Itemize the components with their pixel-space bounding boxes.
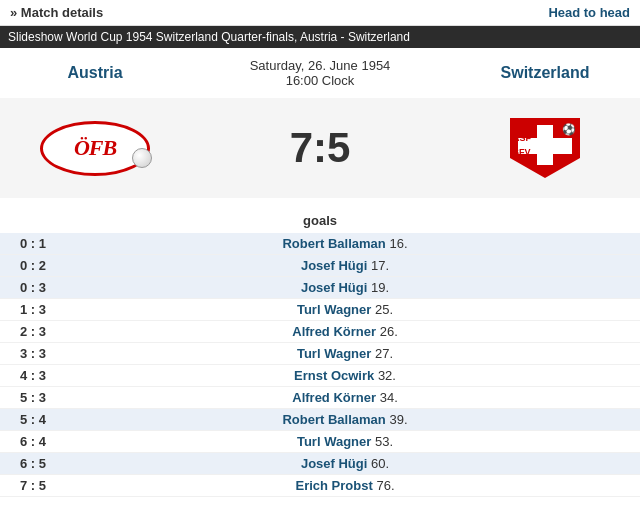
scorer-name: Robert Ballaman [282, 412, 385, 427]
goal-row: 0 : 2 Josef Hügi 17. [0, 255, 640, 277]
match-time: 16:00 Clock [250, 73, 391, 88]
goal-scorer: Josef Hügi 19. [70, 280, 620, 295]
scorer-minute: 17. [371, 258, 389, 273]
ofb-logo: ÖFB [40, 121, 150, 176]
score-section: ÖFB 7:5 ⚽ ASF SFV [0, 98, 640, 198]
scorer-name: Josef Hügi [301, 456, 367, 471]
goal-row: 5 : 4 Robert Ballaman 39. [0, 409, 640, 431]
goal-scorer: Erich Probst 76. [70, 478, 620, 493]
goal-score: 0 : 1 [20, 236, 70, 251]
scorer-name: Turl Wagner [297, 302, 371, 317]
scorer-minute: 76. [376, 478, 394, 493]
scorer-name: Robert Ballaman [282, 236, 385, 251]
goal-scorer: Ernst Ocwirk 32. [70, 368, 620, 383]
top-nav: » Match details Head to head [0, 0, 640, 26]
scorer-minute: 60. [371, 456, 389, 471]
svg-text:ASF: ASF [513, 133, 532, 143]
goal-scorer: Alfred Körner 34. [70, 390, 620, 405]
home-logo: ÖFB [20, 121, 170, 176]
goal-scorer: Josef Hügi 17. [70, 258, 620, 273]
goal-row: 1 : 3 Turl Wagner 25. [0, 299, 640, 321]
goal-row: 3 : 3 Turl Wagner 27. [0, 343, 640, 365]
scorer-minute: 32. [378, 368, 396, 383]
goal-row: 4 : 3 Ernst Ocwirk 32. [0, 365, 640, 387]
head-to-head-link[interactable]: Head to head [548, 5, 630, 20]
match-details-link[interactable]: » Match details [10, 5, 103, 20]
goal-score: 4 : 3 [20, 368, 70, 383]
goals-section: goals 0 : 1 Robert Ballaman 16. 0 : 2 Jo… [0, 203, 640, 502]
scorer-minute: 19. [371, 280, 389, 295]
scorer-minute: 53. [375, 434, 393, 449]
scorer-name: Alfred Körner [292, 324, 376, 339]
goal-score: 7 : 5 [20, 478, 70, 493]
goal-row: 7 : 5 Erich Probst 76. [0, 475, 640, 497]
goal-score: 0 : 2 [20, 258, 70, 273]
goal-score: 5 : 4 [20, 412, 70, 427]
goal-row: 5 : 3 Alfred Körner 34. [0, 387, 640, 409]
scorer-minute: 16. [389, 236, 407, 251]
scorer-name: Erich Probst [296, 478, 373, 493]
goal-scorer: Turl Wagner 53. [70, 434, 620, 449]
scorer-minute: 27. [375, 346, 393, 361]
scorer-name: Josef Hügi [301, 280, 367, 295]
ofb-text: ÖFB [74, 135, 116, 161]
scorer-name: Alfred Körner [292, 390, 376, 405]
goal-score: 0 : 3 [20, 280, 70, 295]
goal-row: 6 : 4 Turl Wagner 53. [0, 431, 640, 453]
breadcrumb: Slideshow World Cup 1954 Switzerland Qua… [0, 26, 640, 48]
goal-scorer: Robert Ballaman 16. [70, 236, 620, 251]
asf-logo-icon: ⚽ ASF SFV [500, 113, 590, 183]
goal-score: 6 : 5 [20, 456, 70, 471]
goal-score: 5 : 3 [20, 390, 70, 405]
away-team-name: Switzerland [470, 64, 620, 82]
goal-scorer: Turl Wagner 27. [70, 346, 620, 361]
goals-list: 0 : 1 Robert Ballaman 16. 0 : 2 Josef Hü… [0, 233, 640, 497]
scorer-name: Turl Wagner [297, 434, 371, 449]
match-info: Saturday, 26. June 1954 16:00 Clock [250, 58, 391, 88]
score-display: 7:5 [170, 124, 470, 172]
goal-row: 0 : 3 Josef Hügi 19. [0, 277, 640, 299]
goal-row: 6 : 5 Josef Hügi 60. [0, 453, 640, 475]
ofb-ball-icon [132, 148, 152, 168]
goal-score: 2 : 3 [20, 324, 70, 339]
scorer-minute: 25. [375, 302, 393, 317]
goal-scorer: Josef Hügi 60. [70, 456, 620, 471]
scorer-name: Turl Wagner [297, 346, 371, 361]
goal-score: 1 : 3 [20, 302, 70, 317]
scorer-name: Ernst Ocwirk [294, 368, 374, 383]
scorer-minute: 34. [380, 390, 398, 405]
svg-text:⚽: ⚽ [562, 122, 576, 136]
scorer-minute: 39. [389, 412, 407, 427]
match-header: Austria Saturday, 26. June 1954 16:00 Cl… [0, 48, 640, 98]
goal-scorer: Turl Wagner 25. [70, 302, 620, 317]
goals-header: goals [0, 208, 640, 233]
goal-scorer: Alfred Körner 26. [70, 324, 620, 339]
away-logo: ⚽ ASF SFV [470, 113, 620, 183]
scorer-minute: 26. [380, 324, 398, 339]
goal-score: 6 : 4 [20, 434, 70, 449]
goal-score: 3 : 3 [20, 346, 70, 361]
home-team-name: Austria [20, 64, 170, 82]
goal-row: 2 : 3 Alfred Körner 26. [0, 321, 640, 343]
goal-scorer: Robert Ballaman 39. [70, 412, 620, 427]
goal-row: 0 : 1 Robert Ballaman 16. [0, 233, 640, 255]
match-date: Saturday, 26. June 1954 [250, 58, 391, 73]
svg-text:SFV: SFV [513, 147, 531, 157]
scorer-name: Josef Hügi [301, 258, 367, 273]
